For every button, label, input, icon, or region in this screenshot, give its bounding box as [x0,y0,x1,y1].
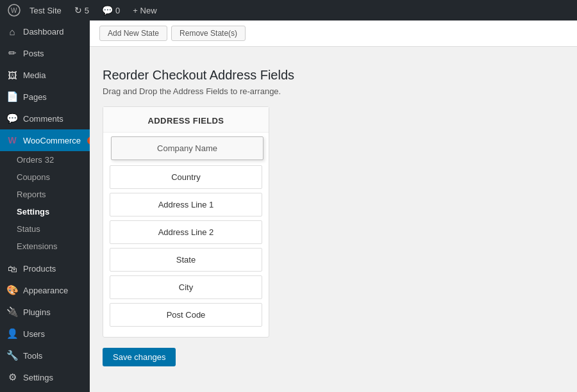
wp-logo[interactable]: W [5,0,23,20]
orders-badge: 32 [45,155,54,165]
sidebar-item-pages[interactable]: 📄 Pages [0,86,90,108]
sidebar-label-media: Media [23,70,46,80]
main-content: Add New State Remove State(s) Reorder Ch… [90,20,577,392]
sidebar-sub-settings[interactable]: Settings [0,203,90,220]
field-city[interactable]: City [110,275,262,299]
woo-icon: W [6,135,18,145]
media-icon: 🖼 [6,70,18,81]
sidebar-item-products[interactable]: 🛍 Products [0,257,90,279]
field-address-line-1[interactable]: Address Line 1 [110,193,262,216]
sidebar-sub-extensions[interactable]: Extensions [0,238,90,255]
sidebar-sub-reports[interactable]: Reports [0,186,90,203]
sidebar-item-dashboard[interactable]: ⌂ Dashboard [0,20,90,42]
sidebar-item-media[interactable]: 🖼 Media [0,64,90,86]
users-icon: 👤 [6,328,18,339]
appearance-icon: 🎨 [6,284,18,296]
field-address-line-1-label: Address Line 1 [158,200,214,209]
sidebar-item-woocommerce[interactable]: W WooCommerce 32 [0,129,90,151]
coupons-label: Coupons [17,172,50,182]
products-icon: 🛍 [6,263,18,274]
field-post-code-label: Post Code [167,310,206,320]
sidebar-label-settings: Settings [23,373,53,382]
plugins-icon: 🔌 [6,306,18,318]
layout: ⌂ Dashboard ✏ Posts 🖼 Media 📄 Pages 💬 Co… [0,20,577,392]
sidebar: ⌂ Dashboard ✏ Posts 🖼 Media 📄 Pages 💬 Co… [0,20,90,392]
settings-label: Settings [17,207,49,216]
field-state[interactable]: State [110,248,262,272]
settings-icon: ⚙ [6,372,18,383]
sidebar-label-dashboard: Dashboard [23,27,64,37]
refresh-icon: ↻ [74,5,82,15]
field-country-label: Country [171,172,201,182]
sidebar-item-comments[interactable]: 💬 Comments [0,108,90,129]
sidebar-item-appearance[interactable]: 🎨 Appearance [0,279,90,301]
page-title: Reorder Checkout Address Fields [103,68,564,83]
orders-label: Orders [17,155,42,165]
new-label: + New [133,6,156,15]
field-address-line-2-label: Address Line 2 [158,227,214,237]
field-address-line-2[interactable]: Address Line 2 [110,220,262,244]
svg-text:W: W [11,7,17,14]
sidebar-label-tools: Tools [23,351,42,361]
sidebar-item-settings[interactable]: ⚙ Settings [0,366,90,388]
collapse-menu[interactable]: ◀ Collapse menu [0,388,90,392]
comments-count: 0 [115,6,120,15]
sidebar-label-products: Products [23,264,56,274]
page-description: Drag and Drop the Address Fields to re-a… [103,86,564,96]
extensions-label: Extensions [17,241,58,251]
sidebar-label-pages: Pages [23,92,47,102]
sidebar-sub-coupons[interactable]: Coupons [0,168,90,186]
status-label: Status [17,224,40,234]
sidebar-label-woocommerce: WooCommerce [23,136,81,145]
comments-icon: 💬 [102,5,113,15]
field-country[interactable]: Country [110,165,262,189]
tools-icon: 🔧 [6,350,18,361]
sidebar-label-posts: Posts [23,49,44,58]
updates-count: 5 [85,6,89,15]
sidebar-item-posts[interactable]: ✏ Posts [0,42,90,64]
posts-icon: ✏ [6,47,18,59]
field-company-name-label: Company Name [157,143,217,153]
save-changes-button[interactable]: Save changes [103,348,176,366]
sidebar-label-users: Users [23,329,45,339]
comments-icon: 💬 [6,113,18,124]
field-state-label: State [176,255,196,265]
address-fields-header: ADDRESS FIELDS [103,107,269,133]
reports-label: Reports [17,190,46,199]
field-company-name[interactable]: Company Name [111,136,263,160]
admin-bar: W Test Site ↻ 5 💬 0 + New [0,0,577,20]
sidebar-label-appearance: Appearance [23,286,68,295]
site-name-text: Test Site [29,6,62,15]
new-content-bar[interactable]: + New [126,0,163,20]
sidebar-label-comments: Comments [23,114,63,124]
content-wrap: Reorder Checkout Address Fields Drag and… [90,47,577,379]
add-new-state-button[interactable]: Add New State [99,26,167,41]
field-post-code[interactable]: Post Code [110,303,262,327]
field-city-label: City [179,282,193,292]
site-name-bar[interactable]: Test Site [23,0,68,20]
updates-bar[interactable]: ↻ 5 [68,0,96,20]
sidebar-label-plugins: Plugins [23,307,51,317]
pages-icon: 📄 [6,91,18,102]
sidebar-sub-orders[interactable]: Orders 32 [0,151,90,168]
comments-bar[interactable]: 💬 0 [96,0,126,20]
sidebar-item-users[interactable]: 👤 Users [0,323,90,345]
top-buttons-bar: Add New State Remove State(s) [90,20,577,47]
sidebar-sub-status[interactable]: Status [0,220,90,238]
sidebar-item-tools[interactable]: 🔧 Tools [0,345,90,366]
dashboard-icon: ⌂ [6,26,18,37]
address-fields-box: ADDRESS FIELDS Company Name Country Addr… [103,106,269,338]
address-fields-list: Company Name Country Address Line 1 Addr… [103,133,269,327]
remove-states-button[interactable]: Remove State(s) [171,26,246,41]
sidebar-item-plugins[interactable]: 🔌 Plugins [0,301,90,323]
